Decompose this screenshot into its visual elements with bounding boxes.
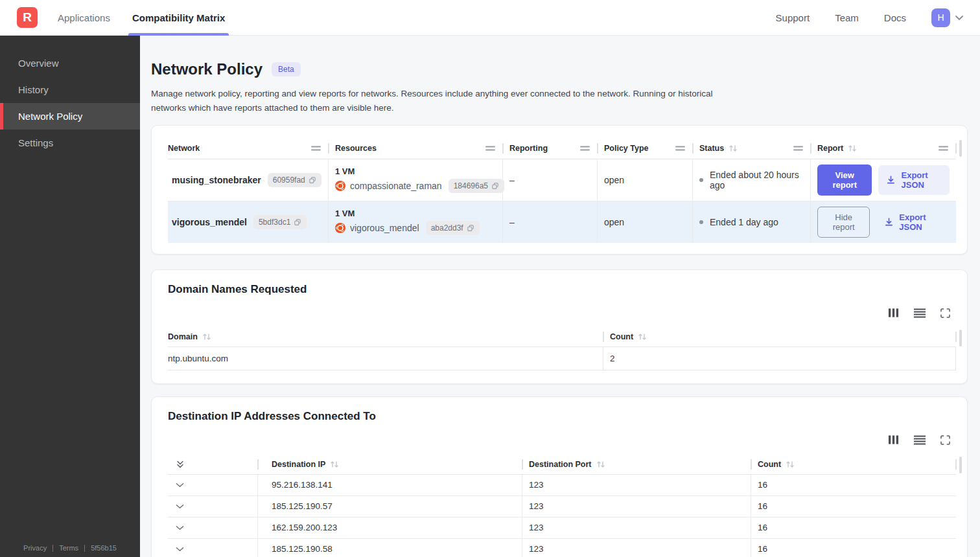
table-scrollbar[interactable]: [959, 140, 962, 157]
destinations-table-header: Destination IP Destination Port Count: [168, 455, 956, 475]
status-cell: Ended 1 day ago: [693, 201, 811, 243]
fullscreen-icon[interactable]: [940, 435, 950, 445]
column-header-destination-port[interactable]: Destination Port: [522, 455, 751, 474]
user-menu[interactable]: H: [931, 8, 963, 27]
divider: [52, 545, 53, 552]
table-scrollbar[interactable]: [959, 457, 962, 473]
tab-compatibility-matrix-label: Compatibility Matrix: [132, 12, 225, 23]
sort-icon[interactable]: [202, 333, 211, 341]
count-cell: 16: [751, 475, 956, 495]
row-expander[interactable]: [168, 496, 258, 517]
columns-icon[interactable]: [888, 435, 899, 445]
sort-icon[interactable]: [848, 144, 857, 152]
sidebar-item-overview[interactable]: Overview: [0, 50, 140, 76]
column-label: Resources: [335, 144, 377, 153]
copy-icon[interactable]: [491, 182, 499, 190]
status-dot: [699, 178, 703, 182]
chevron-down-icon[interactable]: [176, 525, 184, 530]
row-expander[interactable]: [168, 517, 258, 538]
network-id-badge[interactable]: 60959fad: [268, 173, 321, 187]
sort-icon[interactable]: [786, 460, 795, 468]
network-cell: vigorous_mendel 5bdf3dc1: [168, 201, 329, 243]
copy-icon[interactable]: [309, 176, 316, 184]
export-json-button[interactable]: Export JSON: [878, 165, 950, 195]
app-logo[interactable]: R: [17, 7, 38, 28]
column-header-status[interactable]: Status: [693, 138, 811, 159]
network-id-badge[interactable]: 5bdf3dc1: [253, 215, 307, 229]
drag-handle-icon[interactable]: [675, 146, 685, 151]
double-chevron-down-icon[interactable]: [176, 460, 185, 469]
reporting-cell: –: [503, 159, 598, 201]
chevron-down-icon[interactable]: [176, 547, 184, 552]
table-scrollbar[interactable]: [959, 330, 962, 347]
expand-all-header[interactable]: [168, 455, 258, 474]
column-label: Network: [168, 144, 200, 153]
domains-table-header: Domain Count: [168, 328, 956, 347]
privacy-link[interactable]: Privacy: [23, 544, 47, 552]
tab-compatibility-matrix[interactable]: Compatibility Matrix: [132, 0, 225, 36]
drag-handle-icon[interactable]: [939, 146, 948, 151]
tab-applications[interactable]: Applications: [58, 0, 110, 36]
chevron-down-icon[interactable]: [955, 16, 963, 20]
column-header-report[interactable]: Report: [811, 138, 956, 159]
rows-icon[interactable]: [914, 308, 926, 318]
avatar[interactable]: H: [931, 8, 950, 27]
sidebar-item-network-policy[interactable]: Network Policy: [0, 103, 140, 130]
sidebar-item-history[interactable]: History: [0, 76, 140, 103]
report-cell: View report Export JSON: [811, 159, 956, 201]
sort-icon[interactable]: [638, 333, 647, 341]
drag-handle-icon[interactable]: [311, 146, 321, 151]
export-json-label: Export JSON: [901, 170, 942, 190]
drag-handle-icon[interactable]: [793, 146, 803, 151]
ubuntu-icon: [335, 181, 345, 191]
hide-report-button[interactable]: Hide report: [817, 207, 870, 238]
destination-ip-cell: 185.125.190.57: [258, 496, 522, 517]
sort-icon[interactable]: [596, 460, 605, 468]
drag-handle-icon[interactable]: [580, 146, 590, 151]
primary-tabs: Applications Compatibility Matrix: [58, 0, 225, 36]
row-expander[interactable]: [168, 539, 258, 557]
nav-link-docs[interactable]: Docs: [884, 12, 906, 23]
columns-icon[interactable]: [888, 308, 899, 318]
rows-icon[interactable]: [914, 435, 926, 445]
row-expander[interactable]: [168, 475, 258, 495]
column-header-count[interactable]: Count: [751, 455, 956, 474]
network-id: 5bdf3dc1: [259, 218, 290, 227]
copy-icon[interactable]: [294, 218, 301, 226]
domain-table-row: ntp.ubuntu.com 2: [168, 347, 956, 370]
chevron-down-icon[interactable]: [176, 483, 184, 488]
view-report-button[interactable]: View report: [817, 165, 872, 196]
column-header-resources: Resources: [329, 138, 503, 159]
resource-id-badge[interactable]: aba2dd3f: [426, 221, 480, 235]
chevron-down-icon[interactable]: [176, 504, 184, 509]
policy-type-cell: open: [598, 159, 693, 201]
column-header-domain[interactable]: Domain: [168, 328, 603, 347]
fullscreen-icon[interactable]: [940, 308, 950, 318]
card-title: Destination IP Addresses Connected To: [168, 410, 956, 423]
column-label: Count: [610, 332, 633, 341]
sort-icon[interactable]: [330, 460, 339, 468]
nav-link-team[interactable]: Team: [835, 12, 859, 23]
header-divider: [955, 459, 957, 470]
resource-id: 184696a5: [454, 181, 488, 190]
count-cell: 16: [751, 539, 956, 557]
terms-link[interactable]: Terms: [59, 544, 78, 552]
export-json-button[interactable]: Export JSON: [876, 207, 950, 237]
network-name: vigorous_mendel: [172, 217, 247, 227]
copy-icon[interactable]: [467, 224, 474, 232]
destination-row: 95.216.138.141 123 16: [168, 475, 956, 496]
sidebar-item-settings[interactable]: Settings: [0, 130, 140, 156]
vm-count: 1 VM: [335, 209, 355, 218]
export-json-label: Export JSON: [899, 212, 942, 232]
policy-type-cell: open: [598, 201, 693, 243]
column-header-count[interactable]: Count: [603, 328, 956, 347]
column-header-destination-ip[interactable]: Destination IP: [258, 455, 522, 474]
drag-handle-icon[interactable]: [485, 146, 495, 151]
sort-icon[interactable]: [729, 144, 738, 152]
network-cell: musing_stonebraker 60959fad: [168, 159, 329, 201]
active-tab-indicator: [128, 33, 229, 36]
nav-link-support[interactable]: Support: [776, 12, 810, 23]
network-id: 60959fad: [273, 176, 305, 185]
destination-port-cell: 123: [522, 496, 751, 517]
resource-id-badge[interactable]: 184696a5: [449, 179, 504, 193]
